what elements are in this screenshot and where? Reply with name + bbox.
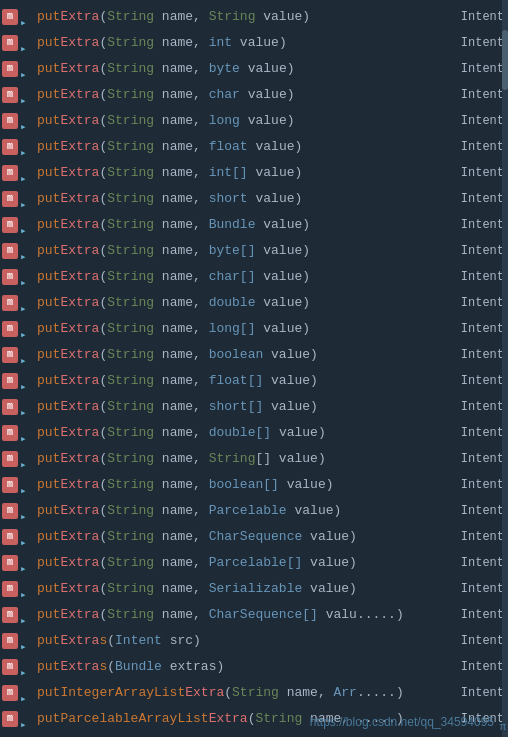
arrow-icon: ▸ [20, 686, 34, 700]
arrow-icon: ▸ [20, 374, 34, 388]
arrow-icon: ▸ [20, 88, 34, 102]
list-item[interactable]: m▸putExtra(String name, Parcelable[] val… [0, 550, 508, 576]
method-icon: m [2, 113, 18, 129]
method-icon: m [2, 607, 18, 623]
arrow-icon: ▸ [20, 634, 34, 648]
intent-label: Intent [449, 160, 504, 186]
list-item[interactable]: m▸putExtra(String name, byte[] value)Int… [0, 238, 508, 264]
method-signature: putStringArrayListExtra(String name, Arr… [37, 732, 449, 737]
pi-symbol: π [499, 721, 506, 733]
scrollbar-thumb[interactable] [502, 30, 508, 90]
method-signature: putExtra(String name, Serializable value… [37, 576, 449, 602]
intent-label: Intent [449, 108, 504, 134]
list-item[interactable]: m▸putExtra(String name, Serializable val… [0, 576, 508, 602]
method-icon: m [2, 9, 18, 25]
method-signature: putExtra(String name, String value) [37, 4, 449, 30]
intent-label: Intent [449, 4, 504, 30]
intent-label: Intent [449, 472, 504, 498]
intent-label: Intent [449, 30, 504, 56]
method-signature: putExtra(String name, Parcelable value) [37, 498, 449, 524]
method-signature: putExtra(String name, Bundle value) [37, 212, 449, 238]
list-item[interactable]: m▸putIntegerArrayListExtra(String name, … [0, 680, 508, 706]
list-item[interactable]: m▸putExtra(String name, int[] value)Inte… [0, 160, 508, 186]
method-signature: putExtra(String name, CharSequence value… [37, 524, 449, 550]
list-item[interactable]: m▸putExtra(String name, CharSequence val… [0, 524, 508, 550]
method-icon: m [2, 503, 18, 519]
intent-label: Intent [449, 290, 504, 316]
arrow-icon: ▸ [20, 712, 34, 726]
intent-label: Intent [449, 134, 504, 160]
method-icon: m [2, 555, 18, 571]
list-item[interactable]: m▸putExtra(String name, short[] value)In… [0, 394, 508, 420]
arrow-icon: ▸ [20, 426, 34, 440]
method-icon: m [2, 217, 18, 233]
method-icon: m [2, 529, 18, 545]
list-item[interactable]: m▸putExtra(String name, double[] value)I… [0, 420, 508, 446]
intent-label: Intent [449, 628, 504, 654]
intent-label: Intent [449, 602, 504, 628]
intent-label: Intent [449, 264, 504, 290]
list-item[interactable]: m▸putExtra(String name, float value)Inte… [0, 134, 508, 160]
method-signature: putExtra(String name, boolean[] value) [37, 472, 449, 498]
method-icon: m [2, 87, 18, 103]
intent-label: Intent [449, 238, 504, 264]
arrow-icon: ▸ [20, 166, 34, 180]
list-item[interactable]: m▸putExtra(String name, int value)Intent [0, 30, 508, 56]
arrow-icon: ▸ [20, 322, 34, 336]
method-signature: putExtra(String name, boolean value) [37, 342, 449, 368]
intent-label: Intent [449, 654, 504, 680]
method-signature: putExtra(String name, char value) [37, 82, 449, 108]
intent-label: Intent [449, 368, 504, 394]
arrow-icon: ▸ [20, 244, 34, 258]
method-icon: m [2, 61, 18, 77]
list-item[interactable]: m▸putExtra(String name, short value)Inte… [0, 186, 508, 212]
list-item[interactable]: m▸putExtra(String name, boolean[] value)… [0, 472, 508, 498]
arrow-icon: ▸ [20, 114, 34, 128]
arrow-icon: ▸ [20, 296, 34, 310]
list-item[interactable]: m▸putExtra(String name, long value)Inten… [0, 108, 508, 134]
method-icon: m [2, 139, 18, 155]
intent-label: Intent [449, 212, 504, 238]
list-item[interactable]: m▸putExtra(String name, char value)Inten… [0, 82, 508, 108]
intent-label: Intent [449, 342, 504, 368]
arrow-icon: ▸ [20, 452, 34, 466]
intent-label: Intent [449, 576, 504, 602]
method-icon: m [2, 425, 18, 441]
list-item[interactable]: m▸putStringArrayListExtra(String name, A… [0, 732, 508, 737]
list-item[interactable]: m▸putExtra(String name, CharSequence[] v… [0, 602, 508, 628]
list-item[interactable]: m▸putExtra(String name, String value)Int… [0, 4, 508, 30]
method-icon: m [2, 35, 18, 51]
list-item[interactable]: m▸putExtra(String name, String[] value)I… [0, 446, 508, 472]
method-icon: m [2, 295, 18, 311]
method-signature: putExtra(String name, double[] value) [37, 420, 449, 446]
list-item[interactable]: m▸putExtra(String name, float[] value)In… [0, 368, 508, 394]
method-signature: putExtra(String name, String[] value) [37, 446, 449, 472]
method-signature: putExtras(Bundle extras) [37, 654, 449, 680]
intent-label: Intent [449, 394, 504, 420]
method-icon: m [2, 711, 18, 727]
method-icon: m [2, 685, 18, 701]
list-item[interactable]: m▸putExtra(String name, Bundle value)Int… [0, 212, 508, 238]
list-item[interactable]: m▸putExtras(Intent src)Intent [0, 628, 508, 654]
watermark: https://blog.csdn.net/qq_34594095 [310, 715, 494, 729]
method-signature: putExtra(String name, short[] value) [37, 394, 449, 420]
list-item[interactable]: m▸putExtra(String name, boolean value)In… [0, 342, 508, 368]
list-item[interactable]: m▸putExtra(String name, Parcelable value… [0, 498, 508, 524]
list-item[interactable]: m▸putExtra(String name, long[] value)Int… [0, 316, 508, 342]
list-item[interactable]: m▸putExtra(String name, byte value)Inten… [0, 56, 508, 82]
arrow-icon: ▸ [20, 608, 34, 622]
arrow-icon: ▸ [20, 192, 34, 206]
scrollbar[interactable] [502, 0, 508, 737]
method-icon: m [2, 243, 18, 259]
method-signature: putIntegerArrayListExtra(String name, Ar… [37, 680, 449, 706]
method-signature: putExtra(String name, float[] value) [37, 368, 449, 394]
arrow-icon: ▸ [20, 10, 34, 24]
list-item[interactable]: m▸putExtra(String name, double value)Int… [0, 290, 508, 316]
list-item[interactable]: m▸putExtra(String name, char[] value)Int… [0, 264, 508, 290]
arrow-icon: ▸ [20, 582, 34, 596]
list-item[interactable]: m▸putExtras(Bundle extras)Intent [0, 654, 508, 680]
method-icon: m [2, 373, 18, 389]
intent-label: Intent [449, 732, 504, 737]
method-signature: putExtra(String name, double value) [37, 290, 449, 316]
arrow-icon: ▸ [20, 530, 34, 544]
